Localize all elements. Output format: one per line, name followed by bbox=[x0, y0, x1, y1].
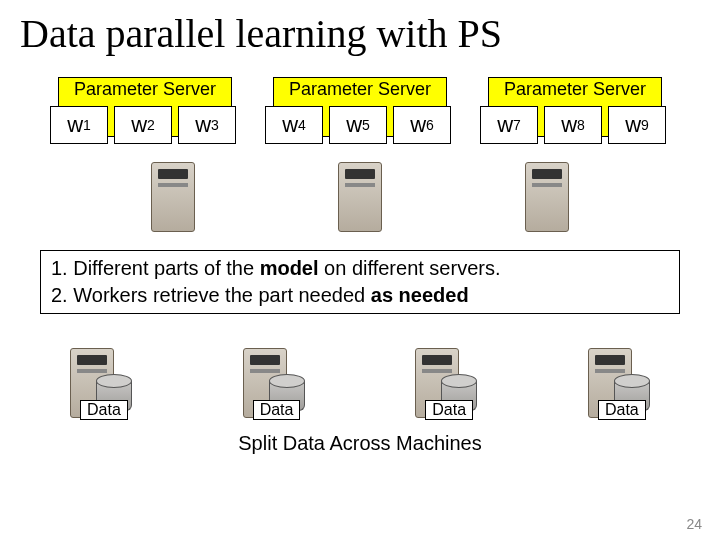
data-label: Data bbox=[598, 400, 646, 420]
page-number: 24 bbox=[686, 516, 702, 532]
ps-block-1: Parameter Server w1 w2 w3 bbox=[50, 77, 240, 152]
desc-line1a: 1. Different parts of the bbox=[51, 257, 260, 279]
worker-node: Data bbox=[243, 339, 305, 418]
split-caption: Split Data Across Machines bbox=[20, 432, 700, 455]
desc-bold-asneeded: as needed bbox=[371, 284, 469, 306]
desc-bold-model: model bbox=[260, 257, 319, 279]
worker-node: Data bbox=[70, 339, 132, 418]
data-label: Data bbox=[80, 400, 128, 420]
weight-w2: w2 bbox=[114, 106, 172, 144]
worker-row: Data Data Data Data bbox=[20, 339, 700, 418]
ps-block-2: Parameter Server w4 w5 w6 bbox=[265, 77, 455, 152]
weight-w8: w8 bbox=[544, 106, 602, 144]
data-label: Data bbox=[425, 400, 473, 420]
desc-line2a: 2. Workers retrieve the part needed bbox=[51, 284, 371, 306]
weight-w6: w6 bbox=[393, 106, 451, 144]
server-icon bbox=[151, 162, 195, 232]
parameter-server-row: Parameter Server w1 w2 w3 Parameter Serv… bbox=[20, 77, 700, 152]
weight-w7: w7 bbox=[480, 106, 538, 144]
worker-node: Data bbox=[415, 339, 477, 418]
server-icon bbox=[525, 162, 569, 232]
weight-w9: w9 bbox=[608, 106, 666, 144]
slide-title: Data parallel learning with PS bbox=[20, 10, 700, 57]
weight-w1: w1 bbox=[50, 106, 108, 144]
ps-block-3: Parameter Server w7 w8 w9 bbox=[480, 77, 670, 152]
description-box: 1. Different parts of the model on diffe… bbox=[40, 250, 680, 314]
ps-server-icons-row bbox=[20, 162, 700, 232]
weight-w3: w3 bbox=[178, 106, 236, 144]
data-label: Data bbox=[253, 400, 301, 420]
desc-line1c: on different servers. bbox=[319, 257, 501, 279]
weight-w5: w5 bbox=[329, 106, 387, 144]
weight-w4: w4 bbox=[265, 106, 323, 144]
server-icon bbox=[338, 162, 382, 232]
worker-node: Data bbox=[588, 339, 650, 418]
